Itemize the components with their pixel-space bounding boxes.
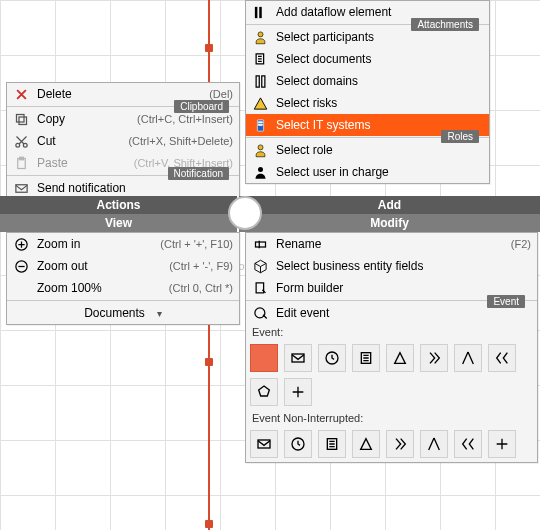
select-user-item[interactable]: Select user in charge [246, 161, 489, 183]
svg-rect-9 [259, 6, 262, 17]
svg-point-23 [254, 307, 264, 317]
event-ni-type-timer[interactable] [284, 430, 312, 458]
form-icon [252, 280, 268, 296]
zoom-in-item[interactable]: Zoom in(Ctrl + '+', F10) [7, 233, 239, 255]
event-type-message[interactable] [284, 344, 312, 372]
event-type-escalation[interactable] [488, 344, 516, 372]
event-ni-type-message[interactable] [250, 430, 278, 458]
risk-icon [252, 95, 268, 111]
svg-rect-2 [16, 114, 24, 122]
delete-icon [13, 86, 29, 102]
zoom-out-item[interactable]: Zoom out(Ctrl + '-', F9) [7, 255, 239, 277]
event-ni-palette [246, 426, 537, 462]
cut-item[interactable]: Cut(Ctrl+X, Shift+Delete) [7, 130, 239, 152]
svg-rect-12 [256, 75, 259, 86]
copy-icon [13, 111, 29, 127]
documents-icon [252, 51, 268, 67]
event-type-conditional[interactable] [352, 344, 380, 372]
event-ni-type-parallel[interactable] [420, 430, 448, 458]
event-type-parallel[interactable] [454, 344, 482, 372]
svg-point-10 [258, 31, 263, 36]
tab-add[interactable]: Add [239, 196, 540, 214]
section-clipboard: Clipboard [174, 100, 229, 113]
svg-rect-21 [255, 242, 265, 247]
tab-actions[interactable]: Actions [0, 196, 237, 214]
event-type-signal[interactable] [386, 344, 414, 372]
svg-rect-15 [258, 121, 262, 122]
rename-icon [252, 236, 268, 252]
event-ni-type-signal[interactable] [352, 430, 380, 458]
select-fields-item[interactable]: Select business entity fields [246, 255, 537, 277]
flow-handle[interactable] [205, 358, 213, 366]
tab-modify[interactable]: Modify [239, 214, 540, 232]
select-documents-item[interactable]: Select documents [246, 48, 489, 70]
flow-handle[interactable] [205, 520, 213, 528]
add-panel: Add dataflow element Attachments Select … [245, 0, 490, 184]
event-icon [252, 305, 268, 321]
svg-point-18 [258, 166, 263, 171]
chevron-down-icon: ▾ [157, 308, 162, 319]
view-panel: Zoom in(Ctrl + '+', F10) Zoom out(Ctrl +… [6, 232, 240, 325]
event-palette [246, 340, 537, 410]
actions-panel: Delete(Del) Clipboard Copy(Ctrl+C, Ctrl+… [6, 82, 240, 200]
svg-rect-13 [261, 75, 264, 86]
role-icon [252, 142, 268, 158]
event-ni-type-escalation[interactable] [454, 430, 482, 458]
zoom-100-icon [13, 280, 29, 296]
tab-row-2: View Modify [0, 214, 540, 232]
it-system-icon [252, 117, 268, 133]
mail-icon [13, 180, 29, 196]
participant-icon [252, 29, 268, 45]
paste-icon [13, 155, 29, 171]
svg-rect-22 [256, 282, 264, 292]
svg-rect-16 [258, 124, 262, 125]
zoom-out-icon [13, 258, 29, 274]
svg-rect-7 [15, 184, 26, 192]
section-attachments: Attachments [411, 18, 479, 31]
svg-rect-27 [258, 440, 270, 448]
tab-view[interactable]: View [0, 214, 237, 232]
svg-rect-8 [254, 6, 257, 17]
event-ni-type-multiple[interactable] [386, 430, 414, 458]
zoom-100-item[interactable]: Zoom 100%(Ctrl 0, Ctrl *) [7, 277, 239, 299]
svg-point-17 [258, 144, 263, 149]
rename-item[interactable]: Rename(F2) [246, 233, 537, 255]
domains-icon [252, 73, 268, 89]
event-ni-type-add[interactable] [488, 430, 516, 458]
event-label: Event: [246, 324, 537, 340]
section-notification: Notification [168, 167, 229, 180]
event-type-add[interactable] [284, 378, 312, 406]
event-ni-label: Event Non-Interrupted: [246, 410, 537, 426]
dataflow-icon [252, 4, 268, 20]
svg-rect-24 [292, 354, 304, 362]
cube-icon [252, 258, 268, 274]
select-domains-item[interactable]: Select domains [246, 70, 489, 92]
flow-handle[interactable] [205, 44, 213, 52]
zoom-in-icon [13, 236, 29, 252]
event-type-none[interactable] [250, 344, 278, 372]
event-type-multiple[interactable] [420, 344, 448, 372]
cut-icon [13, 133, 29, 149]
user-icon [252, 164, 268, 180]
modify-panel: Rename(F2) Select business entity fields… [245, 232, 538, 463]
section-roles: Roles [441, 130, 479, 143]
event-type-timer[interactable] [318, 344, 346, 372]
tab-row-1: Actions Add [0, 196, 540, 214]
select-risks-item[interactable]: Select risks [246, 92, 489, 114]
event-ni-type-conditional[interactable] [318, 430, 346, 458]
center-knob[interactable] [228, 196, 262, 230]
documents-submenu[interactable]: Documents▾ [7, 302, 239, 324]
svg-rect-1 [19, 117, 27, 125]
section-event: Event [487, 295, 525, 308]
event-type-link[interactable] [250, 378, 278, 406]
